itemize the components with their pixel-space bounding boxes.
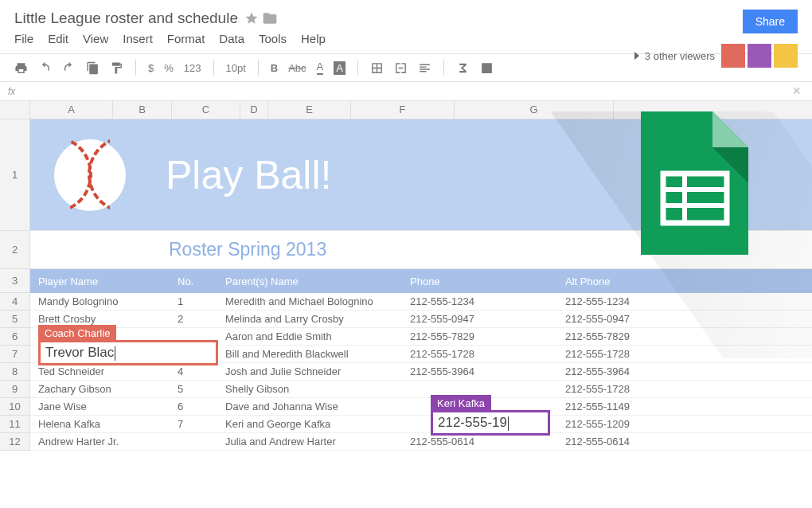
column-header[interactable]: E — [268, 101, 351, 119]
cell[interactable]: 212-555-1234 — [557, 295, 685, 307]
table-row[interactable]: Zachary Gibson5Shelly Gibson212-555-1728 — [30, 381, 812, 398]
cell[interactable]: Keri and George Kafka — [217, 418, 402, 430]
cell[interactable]: 2 — [170, 313, 217, 325]
document-title[interactable]: Little League roster and schedule — [14, 10, 238, 27]
font-size[interactable]: 10pt — [226, 62, 246, 74]
cell[interactable]: 212-555-0614 — [402, 436, 557, 447]
fill-color-button[interactable]: A — [334, 61, 345, 75]
paint-format-icon[interactable] — [110, 61, 123, 75]
row-header[interactable]: 6 — [0, 328, 30, 346]
percent-format[interactable]: % — [164, 62, 174, 74]
cell[interactable]: 212-555-7829 — [557, 330, 685, 342]
cell[interactable]: 212-555-0947 — [402, 313, 557, 325]
column-header[interactable]: B — [113, 101, 172, 119]
select-all-corner[interactable] — [0, 101, 30, 119]
column-header[interactable]: D — [240, 101, 268, 119]
table-row[interactable]: Andrew Harter Jr.Julia and Andrew Harter… — [30, 433, 812, 451]
cell[interactable]: 212-555-1728 — [402, 348, 557, 360]
row-header[interactable]: 1 — [0, 119, 30, 231]
star-icon[interactable] — [244, 11, 259, 25]
cell[interactable]: Dave and Johanna Wise — [217, 401, 402, 412]
cell[interactable]: Josh and Julie Schneider — [217, 365, 402, 377]
viewer-swatch[interactable] — [748, 44, 771, 68]
cell[interactable]: 7 — [170, 418, 217, 430]
cell[interactable]: 212-555-7829 — [402, 330, 557, 342]
menu-tools[interactable]: Tools — [259, 32, 287, 45]
row-header[interactable]: 8 — [0, 363, 30, 381]
cell[interactable]: Shelly Gibson — [217, 383, 402, 395]
menu-help[interactable]: Help — [301, 32, 326, 45]
row-header[interactable]: 5 — [0, 311, 30, 328]
cell[interactable]: 1 — [170, 295, 217, 307]
cell[interactable]: Aaron and Eddie Smith — [217, 330, 402, 342]
align-icon[interactable] — [418, 61, 431, 75]
row-header[interactable]: 10 — [0, 398, 30, 416]
clipboard-icon[interactable] — [86, 61, 100, 75]
table-row[interactable]: Brett Crosby2Melinda and Larry Crosby212… — [30, 311, 812, 328]
cell[interactable]: Ted Schneider — [30, 365, 170, 377]
column-header[interactable]: A — [30, 101, 113, 119]
row-header[interactable]: 12 — [0, 433, 30, 451]
cell[interactable]: Helena Kafka — [30, 418, 170, 430]
cell[interactable]: Julia and Andrew Harter — [217, 436, 402, 447]
menu-format[interactable]: Format — [167, 32, 205, 45]
menu-view[interactable]: View — [83, 32, 108, 45]
cell[interactable]: Brett Crosby — [30, 313, 170, 325]
cell[interactable]: 212-555-1149 — [557, 401, 685, 412]
collaborator-edit-keri[interactable]: Keri Kafka 212-555-19 — [431, 410, 550, 436]
cell[interactable]: 5 — [170, 383, 217, 395]
cell[interactable]: 212-555-1728 — [557, 348, 685, 360]
cell[interactable]: 4 — [170, 365, 217, 377]
borders-icon[interactable] — [370, 61, 384, 75]
row-header[interactable]: 11 — [0, 416, 30, 433]
redo-icon[interactable] — [62, 61, 76, 75]
cell[interactable]: 212-555-3964 — [557, 365, 685, 377]
undo-icon[interactable] — [38, 61, 52, 75]
table-row[interactable]: Jane Wise6Dave and Johanna Wise212-555-1… — [30, 398, 812, 416]
cell[interactable]: 6 — [170, 401, 217, 412]
table-row[interactable]: Mandy Bolognino1Meredith and Michael Bol… — [30, 293, 812, 311]
close-icon[interactable]: × — [792, 83, 801, 100]
table-row[interactable]: Ted Schneider4Josh and Julie Schneider21… — [30, 363, 812, 381]
cell[interactable]: 212-555-1728 — [557, 383, 685, 395]
viewer-swatch[interactable] — [721, 44, 745, 68]
folder-icon[interactable] — [262, 10, 278, 26]
cell[interactable]: Bill and Meredith Blackwell — [217, 348, 402, 360]
cell[interactable]: 212-555-1209 — [557, 418, 685, 430]
viewer-swatch[interactable] — [774, 44, 798, 68]
column-header[interactable]: G — [455, 101, 614, 119]
cell[interactable]: 212-555-0614 — [557, 436, 685, 447]
row-header[interactable]: 3 — [0, 269, 30, 293]
menu-data[interactable]: Data — [219, 32, 244, 45]
merge-cells-icon[interactable] — [394, 61, 408, 75]
strikethrough-button[interactable]: Abc — [288, 62, 306, 74]
currency-format[interactable]: $ — [148, 62, 154, 74]
cell[interactable]: 212-555-0947 — [557, 313, 685, 325]
cell[interactable]: Zachary Gibson — [30, 383, 170, 395]
column-header[interactable]: C — [172, 101, 240, 119]
row-header[interactable]: 2 — [0, 231, 30, 269]
menu-file[interactable]: File — [14, 32, 33, 45]
menu-edit[interactable]: Edit — [48, 32, 68, 45]
functions-icon[interactable] — [456, 61, 470, 75]
cell[interactable]: 212-555-3964 — [402, 365, 557, 377]
number-format[interactable]: 123 — [184, 62, 201, 74]
cell[interactable]: Jane Wise — [30, 401, 170, 412]
table-row[interactable]: Helena Kafka7Keri and George Kafka212-55… — [30, 416, 812, 433]
cell[interactable]: 212-555-1234 — [402, 295, 557, 307]
row-header[interactable]: 9 — [0, 381, 30, 398]
chart-icon[interactable] — [480, 61, 494, 75]
cell[interactable]: Mandy Bolognino — [30, 295, 170, 307]
row-header[interactable]: 7 — [0, 346, 30, 363]
print-icon[interactable] — [14, 61, 28, 75]
share-button[interactable]: Share — [743, 10, 798, 33]
cell[interactable]: Meredith and Michael Bolognino — [217, 295, 402, 307]
cell[interactable]: Melinda and Larry Crosby — [217, 313, 402, 325]
text-color-button[interactable]: A — [317, 61, 324, 75]
cell[interactable]: Andrew Harter Jr. — [30, 436, 170, 447]
column-header[interactable]: F — [351, 101, 455, 119]
collaborator-edit-charlie[interactable]: Coach Charlie Trevor Blac — [38, 340, 218, 365]
bold-button[interactable]: B — [271, 62, 278, 74]
row-header[interactable]: 4 — [0, 293, 30, 311]
menu-insert[interactable]: Insert — [123, 32, 153, 45]
